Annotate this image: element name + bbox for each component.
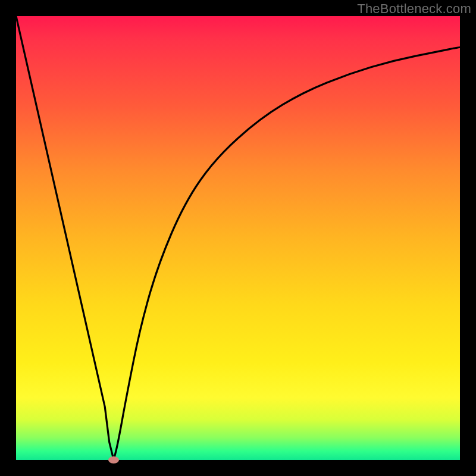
- watermark-label: TheBottleneck.com: [357, 1, 471, 17]
- chart-curve: [16, 16, 460, 460]
- plot-area: [16, 16, 460, 460]
- chart-frame: TheBottleneck.com: [0, 0, 476, 476]
- curve-min-marker: [108, 456, 119, 464]
- curve-path: [16, 16, 460, 460]
